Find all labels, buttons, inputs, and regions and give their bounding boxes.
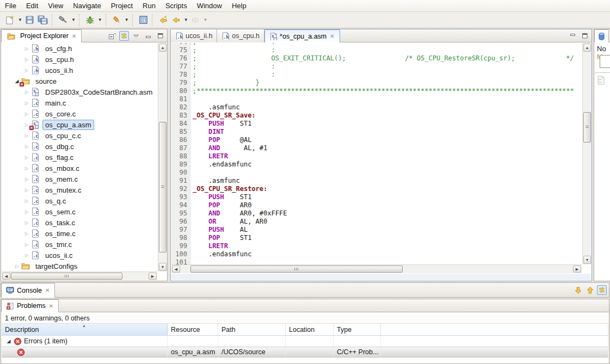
collapse-arrow-icon[interactable]: ◢ — [5, 338, 13, 344]
tree-item-os-cpu-a-asm[interactable]: ▷s✕os_cpu_a.asm — [2, 119, 157, 130]
back-dropdown-arrow[interactable]: ▼ — [183, 17, 189, 22]
pin-console-icon[interactable] — [597, 285, 607, 295]
expand-arrow-icon[interactable]: ▷ — [22, 57, 31, 62]
close-icon[interactable]: ✕ — [48, 303, 54, 309]
scroll-down-arrow[interactable]: ▼ — [583, 256, 591, 264]
open-perspective-button[interactable] — [137, 14, 150, 27]
collapse-all-button[interactable] — [107, 31, 117, 41]
menu-edit[interactable]: Edit — [21, 1, 43, 11]
tree-item-os-q-c[interactable]: ▷.cos_q.c — [2, 195, 157, 206]
editor-vertical-scrollbar[interactable]: ▲ ▼ — [582, 43, 591, 264]
scrollbar-thumb[interactable] — [11, 273, 122, 280]
scroll-left-arrow[interactable]: ◀ — [2, 273, 10, 280]
tab-problems[interactable]: Problems ✕ — [1, 299, 59, 312]
tree-item-os-cpu-c-c[interactable]: ▷.cos_cpu_c.c — [2, 130, 157, 141]
maximize-button[interactable] — [580, 31, 589, 41]
build-button[interactable] — [57, 14, 70, 27]
tree-item-os-core-c[interactable]: ▷.cos_core.c — [2, 108, 157, 119]
expand-arrow-icon[interactable]: ▷ — [22, 68, 31, 73]
scroll-right-arrow[interactable]: ▶ — [573, 266, 581, 273]
scrollbar-thumb[interactable] — [583, 112, 591, 143]
tab-project-explorer[interactable]: Project Explorer ✕ — [1, 29, 82, 42]
link-with-editor-button[interactable] — [119, 31, 129, 41]
menu-help[interactable]: Help — [227, 1, 251, 11]
tree-item-os-mem-c[interactable]: ▷.cos_mem.c — [2, 174, 157, 184]
expand-arrow-icon[interactable]: ▷ — [22, 209, 31, 214]
column-header-path[interactable]: Path — [218, 324, 286, 335]
last-edit-location-button[interactable] — [157, 14, 170, 27]
scroll-up-arrow[interactable]: ▲ — [583, 44, 591, 52]
tab-console[interactable]: Console ✕ — [1, 283, 55, 298]
back-button[interactable] — [170, 14, 182, 27]
tree-item-os-cpu-h[interactable]: ▷.hos_cpu.h — [2, 54, 157, 65]
minimize-button[interactable] — [568, 31, 577, 41]
scrollbar-thumb[interactable] — [159, 122, 167, 252]
view-menu-button[interactable] — [131, 31, 141, 41]
scroll-up-arrow[interactable]: ▲ — [159, 44, 167, 52]
scroll-down-icon[interactable] — [573, 285, 583, 295]
scrollbar-thumb[interactable] — [190, 266, 403, 273]
menu-file[interactable]: File — [0, 1, 21, 11]
scroll-down-arrow[interactable]: ▼ — [159, 263, 167, 271]
save-button[interactable] — [23, 14, 36, 27]
tree-item-ucos-ii-c[interactable]: ▷.cucos_ii.c — [2, 250, 157, 261]
project-tree-horizontal-scrollbar[interactable]: ◀ ▶ — [2, 272, 157, 280]
expand-arrow-icon[interactable]: ▷ — [22, 231, 31, 236]
scroll-up-icon[interactable] — [585, 285, 595, 295]
tree-item-os-dbg-c[interactable]: ▷.cos_dbg.c — [2, 141, 157, 152]
menu-navigate[interactable]: Navigate — [68, 1, 106, 11]
tree-item-dsp2803x-codestartbranch-asm[interactable]: ▷sDSP2803x_CodeStartBranch.asm — [2, 87, 157, 97]
tree-item-source[interactable]: ◢✕source — [2, 76, 157, 87]
column-header-location[interactable]: Location — [286, 324, 334, 335]
debug-button[interactable] — [84, 14, 96, 27]
flash-dropdown-arrow[interactable]: ▼ — [124, 17, 130, 22]
new-button[interactable] — [3, 14, 16, 27]
tree-item-os-mutex-c[interactable]: ▷.cos_mutex.c — [2, 184, 157, 195]
menu-scripts[interactable]: Scripts — [161, 1, 192, 11]
expand-arrow-icon[interactable]: ▷ — [22, 220, 31, 225]
expand-arrow-icon[interactable]: ▷ — [22, 101, 31, 106]
tree-item-os-flag-c[interactable]: ▷.cos_flag.c — [2, 152, 157, 163]
expand-arrow-icon[interactable]: ▷ — [22, 90, 31, 95]
tree-item-ucos-ii-h[interactable]: ▷.hucos_ii.h — [2, 65, 157, 76]
debug-dropdown-arrow[interactable]: ▼ — [97, 17, 103, 22]
problems-error-row[interactable]: os_cpu_a.asm/UCOS/sourceC/C++ Prob... — [2, 347, 608, 357]
column-header-resource[interactable]: Resource — [168, 324, 218, 335]
save-all-button[interactable] — [36, 14, 50, 27]
tree-item-targetconfigs[interactable]: ▷targetConfigs — [2, 261, 157, 272]
expand-arrow-icon[interactable]: ▷ — [22, 253, 31, 258]
close-icon[interactable]: ✕ — [329, 33, 335, 39]
menu-view[interactable]: View — [43, 1, 68, 11]
expand-arrow-icon[interactable]: ▷ — [22, 155, 31, 160]
menu-window[interactable]: Window — [192, 1, 227, 11]
new-dropdown-arrow[interactable]: ▼ — [17, 17, 23, 22]
menu-project[interactable]: Project — [106, 1, 138, 11]
expand-arrow-icon[interactable]: ▷ — [22, 144, 31, 149]
code-editor[interactable]: 74; :75; :76; OS_EXIT_CRITICAL(); /* OS_… — [171, 43, 582, 264]
tree-item-main-c[interactable]: ▷.cmain.c — [2, 97, 157, 108]
problems-group-row[interactable]: ◢Errors (1 item) — [2, 336, 608, 347]
close-icon[interactable]: ✕ — [45, 287, 50, 293]
project-tree-vertical-scrollbar[interactable]: ▲ ▼ — [158, 43, 167, 272]
tree-item-os-cfg-h[interactable]: ▷.hos_cfg.h — [2, 43, 157, 54]
expand-arrow-icon[interactable]: ▷ — [22, 177, 31, 182]
expand-arrow-icon[interactable]: ▷ — [22, 112, 31, 116]
column-header-type[interactable]: Type — [334, 324, 381, 335]
tree-item-os-task-c[interactable]: ▷.cos_task.c — [2, 217, 157, 228]
tree-item-os-mbox-c[interactable]: ▷.cos_mbox.c — [2, 163, 157, 174]
editor-tab-os-cpu-h[interactable]: .hos_cpu.h — [217, 29, 264, 42]
expand-arrow-icon[interactable]: ▷ — [22, 133, 31, 138]
expand-arrow-icon[interactable]: ▷ — [22, 242, 31, 247]
scroll-right-arrow[interactable]: ▶ — [149, 273, 157, 280]
tab-right-view[interactable] — [594, 29, 609, 42]
menu-run[interactable]: Run — [138, 1, 161, 11]
flash-button[interactable] — [110, 14, 123, 27]
expand-arrow-icon[interactable]: ▷ — [22, 166, 31, 171]
editor-horizontal-scrollbar[interactable]: ◀ ▶ — [171, 264, 582, 273]
expand-arrow-icon[interactable]: ▷ — [13, 264, 21, 269]
tree-item-os-sem-c[interactable]: ▷.cos_sem.c — [2, 206, 157, 217]
expand-arrow-icon[interactable]: ▷ — [22, 188, 31, 193]
editor-tab--os-cpu-a-asm[interactable]: s*os_cpu_a.asm✕ — [264, 29, 340, 42]
close-icon[interactable]: ✕ — [71, 33, 77, 39]
editor-tab-ucos-ii-h[interactable]: .hucos_ii.h — [171, 29, 217, 42]
